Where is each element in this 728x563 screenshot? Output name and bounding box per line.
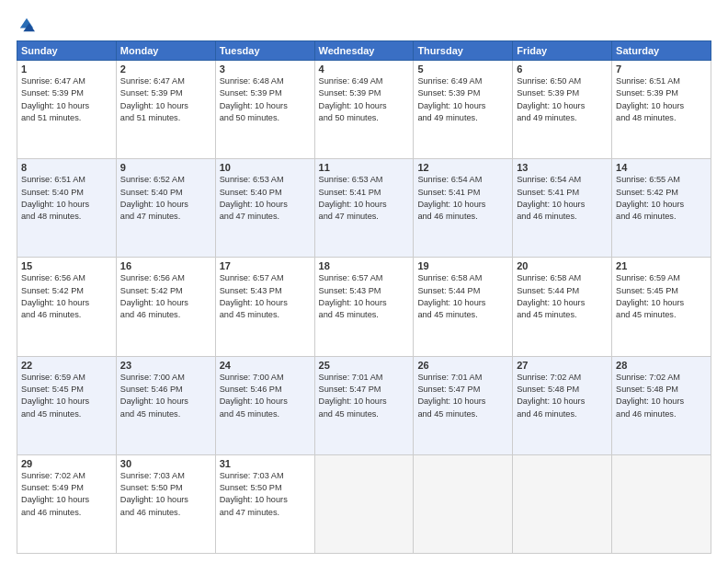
day-info: Sunrise: 7:01 AM Sunset: 5:47 PM Dayligh… xyxy=(417,372,508,420)
day-number: 22 xyxy=(21,360,112,371)
day-number: 16 xyxy=(120,260,211,271)
weekday-header-tuesday: Tuesday xyxy=(215,41,314,61)
day-info: Sunrise: 6:49 AM Sunset: 5:39 PM Dayligh… xyxy=(417,75,508,124)
calendar-cell xyxy=(513,454,612,553)
weekday-header-sunday: Sunday xyxy=(17,41,117,61)
calendar-cell xyxy=(314,454,414,553)
calendar-cell: 26Sunrise: 7:01 AM Sunset: 5:47 PM Dayli… xyxy=(414,356,513,454)
calendar-cell: 11Sunrise: 6:53 AM Sunset: 5:41 PM Dayli… xyxy=(314,159,414,258)
calendar-cell: 1Sunrise: 6:47 AM Sunset: 5:39 PM Daylig… xyxy=(17,61,117,159)
calendar-cell: 3Sunrise: 6:48 AM Sunset: 5:39 PM Daylig… xyxy=(215,61,314,159)
day-info: Sunrise: 6:51 AM Sunset: 5:39 PM Dayligh… xyxy=(616,75,707,124)
calendar-cell: 20Sunrise: 6:58 AM Sunset: 5:44 PM Dayli… xyxy=(513,258,612,356)
calendar-cell: 5Sunrise: 6:49 AM Sunset: 5:39 PM Daylig… xyxy=(414,61,513,159)
day-number: 11 xyxy=(319,162,410,173)
calendar-cell: 21Sunrise: 6:59 AM Sunset: 5:45 PM Dayli… xyxy=(612,258,711,356)
day-info: Sunrise: 7:03 AM Sunset: 5:50 PM Dayligh… xyxy=(220,470,311,519)
day-info: Sunrise: 6:50 AM Sunset: 5:39 PM Dayligh… xyxy=(517,75,608,124)
calendar-cell: 8Sunrise: 6:51 AM Sunset: 5:40 PM Daylig… xyxy=(17,159,117,258)
calendar-cell: 24Sunrise: 7:00 AM Sunset: 5:46 PM Dayli… xyxy=(215,356,314,454)
calendar-cell: 15Sunrise: 6:56 AM Sunset: 5:42 PM Dayli… xyxy=(17,258,117,356)
header xyxy=(17,17,711,33)
day-number: 15 xyxy=(21,260,112,271)
day-info: Sunrise: 7:02 AM Sunset: 5:48 PM Dayligh… xyxy=(517,372,608,420)
day-info: Sunrise: 6:51 AM Sunset: 5:40 PM Dayligh… xyxy=(21,174,112,223)
day-number: 1 xyxy=(21,63,112,75)
calendar-cell: 18Sunrise: 6:57 AM Sunset: 5:43 PM Dayli… xyxy=(314,258,414,356)
day-info: Sunrise: 6:49 AM Sunset: 5:39 PM Dayligh… xyxy=(319,75,410,124)
calendar-cell: 12Sunrise: 6:54 AM Sunset: 5:41 PM Dayli… xyxy=(414,159,513,258)
calendar-week-2: 8Sunrise: 6:51 AM Sunset: 5:40 PM Daylig… xyxy=(17,159,711,258)
day-info: Sunrise: 7:03 AM Sunset: 5:50 PM Dayligh… xyxy=(120,470,211,519)
calendar-cell: 17Sunrise: 6:57 AM Sunset: 5:43 PM Dayli… xyxy=(215,258,314,356)
calendar-cell: 4Sunrise: 6:49 AM Sunset: 5:39 PM Daylig… xyxy=(314,61,414,159)
calendar-cell: 10Sunrise: 6:53 AM Sunset: 5:40 PM Dayli… xyxy=(215,159,314,258)
day-info: Sunrise: 6:59 AM Sunset: 5:45 PM Dayligh… xyxy=(616,272,707,321)
day-number: 14 xyxy=(616,162,707,173)
calendar-cell: 25Sunrise: 7:01 AM Sunset: 5:47 PM Dayli… xyxy=(314,356,414,454)
day-info: Sunrise: 6:57 AM Sunset: 5:43 PM Dayligh… xyxy=(220,272,311,321)
day-number: 6 xyxy=(517,63,608,75)
day-number: 7 xyxy=(616,63,707,75)
day-info: Sunrise: 6:59 AM Sunset: 5:45 PM Dayligh… xyxy=(21,372,112,420)
day-info: Sunrise: 6:56 AM Sunset: 5:42 PM Dayligh… xyxy=(21,272,112,321)
day-number: 23 xyxy=(120,360,211,371)
calendar-cell: 9Sunrise: 6:52 AM Sunset: 5:40 PM Daylig… xyxy=(116,159,215,258)
calendar-week-3: 15Sunrise: 6:56 AM Sunset: 5:42 PM Dayli… xyxy=(17,258,711,356)
calendar-week-1: 1Sunrise: 6:47 AM Sunset: 5:39 PM Daylig… xyxy=(17,61,711,159)
calendar-cell: 29Sunrise: 7:02 AM Sunset: 5:49 PM Dayli… xyxy=(17,454,117,553)
calendar-cell: 27Sunrise: 7:02 AM Sunset: 5:48 PM Dayli… xyxy=(513,356,612,454)
calendar-cell: 6Sunrise: 6:50 AM Sunset: 5:39 PM Daylig… xyxy=(513,61,612,159)
weekday-header-saturday: Saturday xyxy=(612,41,711,61)
day-info: Sunrise: 7:01 AM Sunset: 5:47 PM Dayligh… xyxy=(319,372,410,420)
day-number: 10 xyxy=(220,162,311,173)
day-number: 5 xyxy=(417,63,508,75)
day-info: Sunrise: 6:48 AM Sunset: 5:39 PM Dayligh… xyxy=(220,75,311,124)
day-info: Sunrise: 6:54 AM Sunset: 5:41 PM Dayligh… xyxy=(517,174,608,223)
weekday-header-thursday: Thursday xyxy=(414,41,513,61)
calendar-cell xyxy=(612,454,711,553)
day-info: Sunrise: 6:57 AM Sunset: 5:43 PM Dayligh… xyxy=(319,272,410,321)
calendar-cell: 28Sunrise: 7:02 AM Sunset: 5:48 PM Dayli… xyxy=(612,356,711,454)
weekday-header-wednesday: Wednesday xyxy=(314,41,414,61)
day-info: Sunrise: 7:02 AM Sunset: 5:48 PM Dayligh… xyxy=(616,372,707,420)
weekday-header-monday: Monday xyxy=(116,41,215,61)
day-info: Sunrise: 6:52 AM Sunset: 5:40 PM Dayligh… xyxy=(120,174,211,223)
day-number: 24 xyxy=(220,360,311,371)
calendar-cell: 30Sunrise: 7:03 AM Sunset: 5:50 PM Dayli… xyxy=(116,454,215,553)
day-info: Sunrise: 6:53 AM Sunset: 5:41 PM Dayligh… xyxy=(319,174,410,223)
day-number: 20 xyxy=(517,260,608,271)
calendar-cell: 2Sunrise: 6:47 AM Sunset: 5:39 PM Daylig… xyxy=(116,61,215,159)
day-number: 18 xyxy=(319,260,410,271)
day-info: Sunrise: 6:55 AM Sunset: 5:42 PM Dayligh… xyxy=(616,174,707,223)
calendar-cell: 14Sunrise: 6:55 AM Sunset: 5:42 PM Dayli… xyxy=(612,159,711,258)
calendar-table: SundayMondayTuesdayWednesdayThursdayFrid… xyxy=(17,40,711,554)
day-number: 31 xyxy=(220,458,311,469)
calendar-cell: 22Sunrise: 6:59 AM Sunset: 5:45 PM Dayli… xyxy=(17,356,117,454)
day-number: 8 xyxy=(21,162,112,173)
day-number: 28 xyxy=(616,360,707,371)
day-number: 29 xyxy=(21,458,112,469)
day-number: 4 xyxy=(319,63,410,75)
calendar-cell: 16Sunrise: 6:56 AM Sunset: 5:42 PM Dayli… xyxy=(116,258,215,356)
weekday-header-row: SundayMondayTuesdayWednesdayThursdayFrid… xyxy=(17,41,711,61)
calendar-cell: 31Sunrise: 7:03 AM Sunset: 5:50 PM Dayli… xyxy=(215,454,314,553)
weekday-header-friday: Friday xyxy=(513,41,612,61)
page: SundayMondayTuesdayWednesdayThursdayFrid… xyxy=(0,0,728,563)
day-number: 26 xyxy=(417,360,508,371)
day-info: Sunrise: 6:54 AM Sunset: 5:41 PM Dayligh… xyxy=(417,174,508,223)
calendar-cell: 7Sunrise: 6:51 AM Sunset: 5:39 PM Daylig… xyxy=(612,61,711,159)
calendar-week-4: 22Sunrise: 6:59 AM Sunset: 5:45 PM Dayli… xyxy=(17,356,711,454)
calendar-cell: 23Sunrise: 7:00 AM Sunset: 5:46 PM Dayli… xyxy=(116,356,215,454)
day-number: 21 xyxy=(616,260,707,271)
calendar-cell: 13Sunrise: 6:54 AM Sunset: 5:41 PM Dayli… xyxy=(513,159,612,258)
logo-icon xyxy=(18,17,35,33)
day-info: Sunrise: 6:47 AM Sunset: 5:39 PM Dayligh… xyxy=(21,75,112,124)
day-info: Sunrise: 7:02 AM Sunset: 5:49 PM Dayligh… xyxy=(21,470,112,519)
day-info: Sunrise: 6:58 AM Sunset: 5:44 PM Dayligh… xyxy=(517,272,608,321)
logo xyxy=(17,17,35,33)
day-number: 17 xyxy=(220,260,311,271)
day-number: 3 xyxy=(220,63,311,75)
day-number: 27 xyxy=(517,360,608,371)
day-number: 9 xyxy=(120,162,211,173)
